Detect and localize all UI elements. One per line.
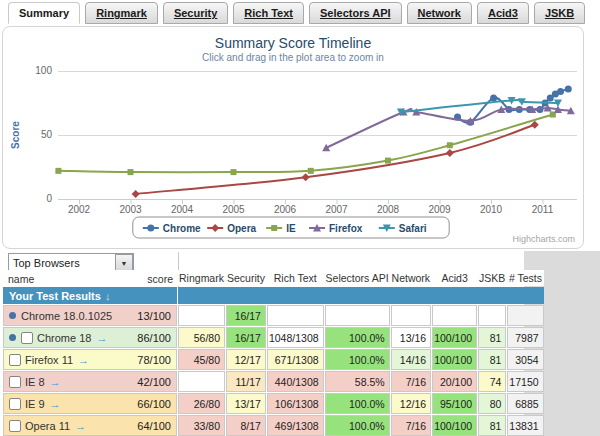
tab-label: Rich Text [244, 7, 293, 19]
x-axis-tick: 2004 [171, 204, 194, 215]
compare-checkbox[interactable] [21, 332, 33, 344]
tab-label: Summary [19, 7, 69, 19]
cell-security: 16/17 [226, 305, 266, 326]
browser-link[interactable]: IE 9 [25, 398, 45, 410]
cell-network: 14/16 [391, 349, 432, 370]
col-header-ringmark[interactable]: Ringmark [178, 270, 225, 286]
cell--tests: 7987 [507, 327, 543, 348]
browser-link[interactable]: IE 8 [25, 376, 45, 388]
y-axis-tick: 100 [35, 65, 52, 76]
cell-network [391, 305, 432, 326]
table-row: IE 8→42/10011/17440/130858.5%7/1620/1007… [3, 371, 544, 392]
banner-filler [178, 287, 544, 304]
browser-name-cell: Opera 11→64/100 [3, 415, 177, 436]
browser-name-cell: IE 8→42/100 [3, 371, 177, 392]
your-test-results-header[interactable]: Your Test Results↓ [3, 287, 177, 304]
cell--tests: 3054 [507, 349, 543, 370]
tab-bar: SummaryRingmarkSecurityRich TextSelector… [8, 2, 590, 26]
tab-label: Acid3 [488, 7, 518, 19]
compare-checkbox[interactable] [9, 376, 21, 388]
cell-network: 12/16 [391, 393, 432, 414]
x-axis-tick: 2009 [428, 204, 451, 215]
legend-item-opera[interactable]: Opera [207, 223, 256, 234]
series-dot-icon [9, 312, 16, 319]
compare-checkbox[interactable] [9, 354, 21, 366]
browser-link[interactable]: Chrome 18.0.1025 [21, 310, 112, 322]
highcharts-credits[interactable]: Highcharts.com [512, 234, 575, 244]
legend-item-firefox[interactable]: Firefox [309, 223, 363, 234]
tab-acid3[interactable]: Acid3 [477, 2, 529, 24]
cell-jskb: 74 [478, 371, 506, 392]
legend-item-chrome[interactable]: Chrome [143, 223, 201, 234]
col-header-acid3[interactable]: Acid3 [432, 270, 477, 286]
compare-checkbox[interactable] [9, 398, 21, 410]
cell-security: 12/17 [226, 349, 266, 370]
svg-text:Chrome: Chrome [163, 223, 201, 234]
cell-rich-text: 671/1308 [267, 349, 324, 370]
cell-rich-text: 469/1308 [267, 415, 324, 436]
cell--tests: 17150 [507, 371, 543, 392]
detail-arrow-icon[interactable]: → [75, 420, 86, 432]
tab-jskb[interactable]: JSKB [534, 2, 585, 24]
col-header-jskb[interactable]: JSKB [478, 270, 506, 286]
table-row: Chrome 18→86/10056/8016/171048/1308100.0… [3, 327, 544, 348]
legend-item-safari[interactable]: Safari [379, 223, 427, 234]
col-header--tests[interactable]: # Tests [507, 270, 543, 286]
browser-name-cell: Chrome 18→86/100 [3, 327, 177, 348]
tab-security[interactable]: Security [163, 2, 228, 24]
cell--tests: 6885 [507, 393, 543, 414]
cell-selectors-api: 100.0% [325, 327, 390, 348]
header-name-score[interactable]: namescore [3, 270, 177, 286]
detail-arrow-icon[interactable]: → [50, 376, 61, 388]
cell-network: 7/16 [391, 415, 432, 436]
browser-link[interactable]: Chrome 18 [37, 332, 91, 344]
col-header-rich-text[interactable]: Rich Text [267, 270, 324, 286]
x-axis-tick: 2011 [532, 204, 554, 215]
detail-arrow-icon[interactable]: → [78, 354, 89, 366]
cell-network: 13/16 [391, 327, 432, 348]
results-table: namescoreRingmarkSecurityRich TextSelect… [2, 269, 545, 436]
col-header-network[interactable]: Network [391, 270, 432, 286]
tab-summary[interactable]: Summary [8, 2, 80, 24]
tab-label: Selectors API [320, 7, 391, 19]
tab-selectors-api[interactable]: Selectors API [309, 2, 402, 24]
compare-checkbox[interactable] [9, 420, 21, 432]
browser-name-cell: Chrome 18.0.102513/100 [3, 305, 177, 326]
tab-rich-text[interactable]: Rich Text [233, 2, 304, 24]
col-header-score[interactable]: score [147, 273, 173, 285]
cell-ringmark: 26/80 [178, 393, 225, 414]
browser-link[interactable]: Opera 11 [25, 420, 70, 432]
x-axis-tick: 2010 [480, 204, 503, 215]
tab-network[interactable]: Network [407, 2, 472, 24]
col-header-name[interactable]: name [8, 273, 34, 285]
cell-jskb: 81 [478, 415, 506, 436]
browser-name-cell: Firefox 11→78/100 [3, 349, 177, 370]
cell-rich-text [267, 305, 324, 326]
cell-selectors-api: 100.0% [325, 393, 390, 414]
tab-ringmark[interactable]: Ringmark [85, 2, 158, 24]
x-axis-tick: 2005 [222, 204, 245, 215]
x-axis-tick: 2003 [119, 204, 142, 215]
cell-security: 13/17 [226, 393, 266, 414]
col-header-security[interactable]: Security [226, 270, 266, 286]
col-header-selectors-api[interactable]: Selectors API [325, 270, 390, 286]
detail-arrow-icon[interactable]: → [50, 398, 61, 410]
browser-name-cell: IE 9→66/100 [3, 393, 177, 414]
x-axis-tick: 2002 [68, 204, 91, 215]
cell-rich-text: 106/1308 [267, 393, 324, 414]
legend-item-ie[interactable]: IE [266, 223, 296, 234]
cell-acid3: 95/100 [432, 393, 477, 414]
score-value: 66/100 [137, 398, 171, 410]
browserscope-page: SummaryRingmarkSecurityRich TextSelector… [0, 0, 600, 436]
svg-text:Safari: Safari [399, 223, 427, 234]
x-axis-tick: 2007 [325, 204, 348, 215]
table-row: Chrome 18.0.102513/10016/17 [3, 305, 544, 326]
detail-arrow-icon[interactable]: → [96, 332, 107, 344]
table-row: IE 9→66/10026/8013/17106/1308100.0%12/16… [3, 393, 544, 414]
svg-text:IE: IE [286, 223, 296, 234]
cell-selectors-api: 100.0% [325, 415, 390, 436]
browser-link[interactable]: Firefox 11 [25, 354, 73, 366]
score-value: 64/100 [137, 420, 171, 432]
cell-selectors-api: 100.0% [325, 349, 390, 370]
chart-plot-area[interactable] [58, 65, 577, 199]
